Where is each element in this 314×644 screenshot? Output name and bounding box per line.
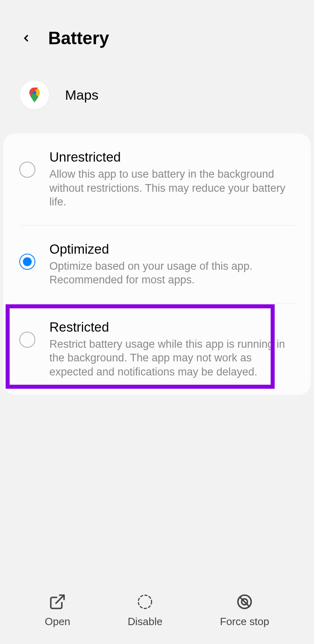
option-text: Optimized Optimize based on your usage o…	[49, 242, 295, 287]
svg-point-2	[139, 595, 152, 609]
open-icon	[49, 593, 66, 611]
header: Battery	[0, 0, 314, 60]
option-title: Restricted	[49, 320, 295, 335]
disable-button[interactable]: Disable	[128, 593, 163, 628]
app-info-row: Maps	[0, 60, 314, 133]
radio-optimized[interactable]	[19, 254, 35, 270]
svg-point-0	[33, 91, 36, 94]
back-button[interactable]	[20, 29, 32, 47]
option-title: Unrestricted	[49, 150, 295, 165]
radio-restricted[interactable]	[19, 332, 35, 348]
option-text: Restricted Restrict battery usage while …	[49, 320, 295, 379]
option-unrestricted[interactable]: Unrestricted Allow this app to use batte…	[3, 133, 311, 225]
option-desc: Restrict battery usage while this app is…	[49, 337, 295, 379]
option-text: Unrestricted Allow this app to use batte…	[49, 150, 295, 209]
option-optimized[interactable]: Optimized Optimize based on your usage o…	[3, 226, 311, 303]
app-icon-maps	[20, 80, 49, 109]
open-button[interactable]: Open	[45, 593, 70, 628]
option-title: Optimized	[49, 242, 295, 257]
option-desc: Optimize based on your usage of this app…	[49, 259, 295, 287]
option-desc: Allow this app to use battery in the bac…	[49, 167, 295, 209]
battery-options-card: Unrestricted Allow this app to use batte…	[3, 133, 311, 395]
force-stop-button[interactable]: Force stop	[220, 593, 269, 628]
chevron-left-icon	[21, 30, 31, 47]
disable-label: Disable	[128, 615, 163, 628]
open-label: Open	[45, 615, 70, 628]
force-stop-icon	[236, 593, 253, 611]
app-name-label: Maps	[65, 87, 98, 103]
maps-pin-icon	[26, 86, 43, 104]
bottom-action-bar: Open Disable Force stop	[0, 593, 314, 628]
svg-line-1	[56, 595, 64, 603]
page-title: Battery	[48, 28, 109, 48]
force-stop-label: Force stop	[220, 615, 269, 628]
disable-icon	[136, 593, 154, 611]
option-restricted[interactable]: Restricted Restrict battery usage while …	[3, 304, 311, 395]
radio-unrestricted[interactable]	[19, 162, 35, 178]
